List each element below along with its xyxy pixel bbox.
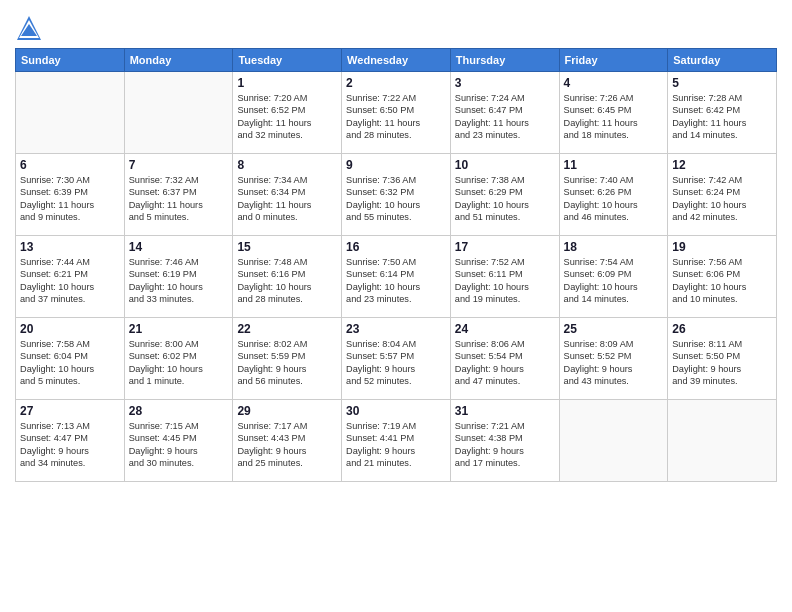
day-header-sunday: Sunday [16,49,125,72]
day-number: 1 [237,76,337,90]
day-number: 24 [455,322,555,336]
day-number: 26 [672,322,772,336]
day-detail: Sunrise: 7:32 AM Sunset: 6:37 PM Dayligh… [129,174,229,224]
calendar-week-3: 13Sunrise: 7:44 AM Sunset: 6:21 PM Dayli… [16,236,777,318]
calendar-cell: 18Sunrise: 7:54 AM Sunset: 6:09 PM Dayli… [559,236,668,318]
day-number: 20 [20,322,120,336]
day-number: 13 [20,240,120,254]
day-detail: Sunrise: 7:20 AM Sunset: 6:52 PM Dayligh… [237,92,337,142]
day-header-wednesday: Wednesday [342,49,451,72]
calendar-cell: 9Sunrise: 7:36 AM Sunset: 6:32 PM Daylig… [342,154,451,236]
calendar-cell: 30Sunrise: 7:19 AM Sunset: 4:41 PM Dayli… [342,400,451,482]
calendar-cell: 23Sunrise: 8:04 AM Sunset: 5:57 PM Dayli… [342,318,451,400]
logo [15,14,47,42]
calendar-cell: 7Sunrise: 7:32 AM Sunset: 6:37 PM Daylig… [124,154,233,236]
calendar-cell: 15Sunrise: 7:48 AM Sunset: 6:16 PM Dayli… [233,236,342,318]
day-number: 12 [672,158,772,172]
day-detail: Sunrise: 7:46 AM Sunset: 6:19 PM Dayligh… [129,256,229,306]
day-detail: Sunrise: 7:52 AM Sunset: 6:11 PM Dayligh… [455,256,555,306]
day-number: 10 [455,158,555,172]
calendar-cell: 22Sunrise: 8:02 AM Sunset: 5:59 PM Dayli… [233,318,342,400]
day-number: 18 [564,240,664,254]
calendar-cell: 12Sunrise: 7:42 AM Sunset: 6:24 PM Dayli… [668,154,777,236]
day-detail: Sunrise: 8:02 AM Sunset: 5:59 PM Dayligh… [237,338,337,388]
day-detail: Sunrise: 7:40 AM Sunset: 6:26 PM Dayligh… [564,174,664,224]
day-number: 5 [672,76,772,90]
day-detail: Sunrise: 7:15 AM Sunset: 4:45 PM Dayligh… [129,420,229,470]
calendar-cell: 27Sunrise: 7:13 AM Sunset: 4:47 PM Dayli… [16,400,125,482]
day-detail: Sunrise: 8:04 AM Sunset: 5:57 PM Dayligh… [346,338,446,388]
calendar-cell: 17Sunrise: 7:52 AM Sunset: 6:11 PM Dayli… [450,236,559,318]
day-number: 19 [672,240,772,254]
calendar-cell [668,400,777,482]
day-number: 21 [129,322,229,336]
logo-icon [15,14,43,42]
day-number: 25 [564,322,664,336]
calendar-cell: 25Sunrise: 8:09 AM Sunset: 5:52 PM Dayli… [559,318,668,400]
page: SundayMondayTuesdayWednesdayThursdayFrid… [0,0,792,612]
day-detail: Sunrise: 7:36 AM Sunset: 6:32 PM Dayligh… [346,174,446,224]
day-number: 9 [346,158,446,172]
day-number: 7 [129,158,229,172]
calendar-cell: 5Sunrise: 7:28 AM Sunset: 6:42 PM Daylig… [668,72,777,154]
calendar-cell [559,400,668,482]
day-detail: Sunrise: 7:19 AM Sunset: 4:41 PM Dayligh… [346,420,446,470]
calendar-cell: 4Sunrise: 7:26 AM Sunset: 6:45 PM Daylig… [559,72,668,154]
calendar-cell: 6Sunrise: 7:30 AM Sunset: 6:39 PM Daylig… [16,154,125,236]
day-header-saturday: Saturday [668,49,777,72]
calendar-cell: 1Sunrise: 7:20 AM Sunset: 6:52 PM Daylig… [233,72,342,154]
day-number: 8 [237,158,337,172]
day-detail: Sunrise: 7:50 AM Sunset: 6:14 PM Dayligh… [346,256,446,306]
calendar-cell: 10Sunrise: 7:38 AM Sunset: 6:29 PM Dayli… [450,154,559,236]
day-detail: Sunrise: 7:54 AM Sunset: 6:09 PM Dayligh… [564,256,664,306]
calendar-cell: 24Sunrise: 8:06 AM Sunset: 5:54 PM Dayli… [450,318,559,400]
day-number: 29 [237,404,337,418]
calendar-week-1: 1Sunrise: 7:20 AM Sunset: 6:52 PM Daylig… [16,72,777,154]
day-number: 6 [20,158,120,172]
day-number: 16 [346,240,446,254]
day-detail: Sunrise: 7:48 AM Sunset: 6:16 PM Dayligh… [237,256,337,306]
day-number: 22 [237,322,337,336]
calendar-cell: 16Sunrise: 7:50 AM Sunset: 6:14 PM Dayli… [342,236,451,318]
calendar-table: SundayMondayTuesdayWednesdayThursdayFrid… [15,48,777,482]
calendar-cell: 11Sunrise: 7:40 AM Sunset: 6:26 PM Dayli… [559,154,668,236]
day-detail: Sunrise: 7:58 AM Sunset: 6:04 PM Dayligh… [20,338,120,388]
day-number: 30 [346,404,446,418]
day-detail: Sunrise: 7:24 AM Sunset: 6:47 PM Dayligh… [455,92,555,142]
calendar-week-4: 20Sunrise: 7:58 AM Sunset: 6:04 PM Dayli… [16,318,777,400]
day-detail: Sunrise: 8:06 AM Sunset: 5:54 PM Dayligh… [455,338,555,388]
day-detail: Sunrise: 7:13 AM Sunset: 4:47 PM Dayligh… [20,420,120,470]
day-detail: Sunrise: 8:00 AM Sunset: 6:02 PM Dayligh… [129,338,229,388]
day-number: 2 [346,76,446,90]
calendar-cell: 20Sunrise: 7:58 AM Sunset: 6:04 PM Dayli… [16,318,125,400]
calendar-header-row: SundayMondayTuesdayWednesdayThursdayFrid… [16,49,777,72]
day-number: 27 [20,404,120,418]
day-number: 28 [129,404,229,418]
day-detail: Sunrise: 7:17 AM Sunset: 4:43 PM Dayligh… [237,420,337,470]
day-header-friday: Friday [559,49,668,72]
day-detail: Sunrise: 7:21 AM Sunset: 4:38 PM Dayligh… [455,420,555,470]
day-detail: Sunrise: 8:11 AM Sunset: 5:50 PM Dayligh… [672,338,772,388]
calendar-cell: 31Sunrise: 7:21 AM Sunset: 4:38 PM Dayli… [450,400,559,482]
calendar-cell [16,72,125,154]
day-number: 4 [564,76,664,90]
calendar-cell: 21Sunrise: 8:00 AM Sunset: 6:02 PM Dayli… [124,318,233,400]
calendar-week-5: 27Sunrise: 7:13 AM Sunset: 4:47 PM Dayli… [16,400,777,482]
day-number: 14 [129,240,229,254]
day-detail: Sunrise: 7:34 AM Sunset: 6:34 PM Dayligh… [237,174,337,224]
calendar-cell: 14Sunrise: 7:46 AM Sunset: 6:19 PM Dayli… [124,236,233,318]
calendar-week-2: 6Sunrise: 7:30 AM Sunset: 6:39 PM Daylig… [16,154,777,236]
calendar-cell [124,72,233,154]
calendar-cell: 8Sunrise: 7:34 AM Sunset: 6:34 PM Daylig… [233,154,342,236]
calendar-cell: 19Sunrise: 7:56 AM Sunset: 6:06 PM Dayli… [668,236,777,318]
day-detail: Sunrise: 7:42 AM Sunset: 6:24 PM Dayligh… [672,174,772,224]
header [15,10,777,42]
day-detail: Sunrise: 7:30 AM Sunset: 6:39 PM Dayligh… [20,174,120,224]
day-number: 15 [237,240,337,254]
day-header-monday: Monday [124,49,233,72]
day-detail: Sunrise: 7:38 AM Sunset: 6:29 PM Dayligh… [455,174,555,224]
calendar-cell: 28Sunrise: 7:15 AM Sunset: 4:45 PM Dayli… [124,400,233,482]
day-header-tuesday: Tuesday [233,49,342,72]
day-number: 3 [455,76,555,90]
calendar-cell: 26Sunrise: 8:11 AM Sunset: 5:50 PM Dayli… [668,318,777,400]
